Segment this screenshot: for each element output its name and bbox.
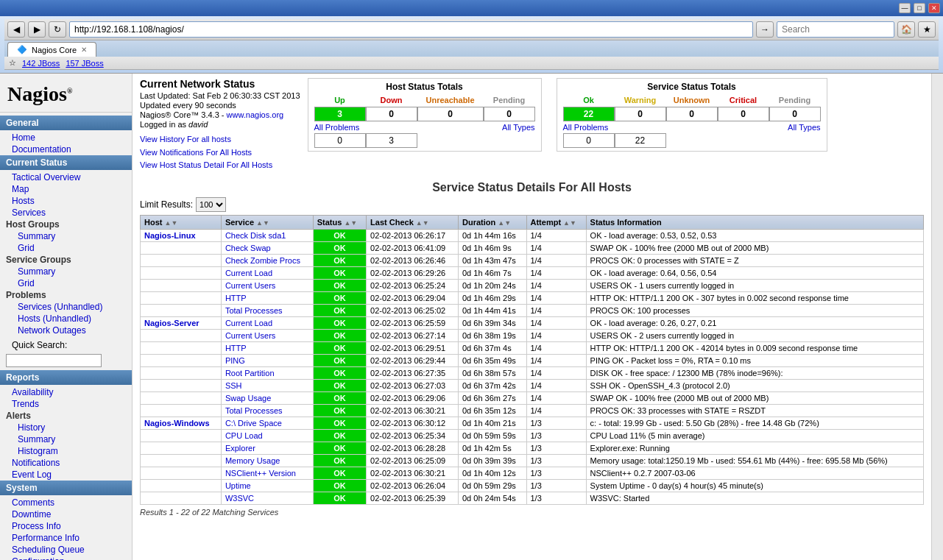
view-host-status-link[interactable]: View Host Status Detail For All Hosts: [140, 159, 300, 172]
sidebar-item-alerts-history[interactable]: History: [0, 422, 132, 433]
svc-all-types-link[interactable]: All Types: [788, 123, 820, 132]
favorite-1[interactable]: 142 JBoss: [22, 59, 60, 68]
status-cell[interactable]: OK: [313, 354, 366, 366]
favorite-2[interactable]: 157 JBoss: [66, 59, 103, 68]
service-link[interactable]: CPU Load: [225, 431, 263, 440]
status-cell[interactable]: OK: [313, 241, 366, 254]
service-link[interactable]: Current Load: [225, 269, 272, 277]
service-link[interactable]: Total Processes: [225, 406, 283, 415]
service-link[interactable]: Current Users: [225, 331, 275, 340]
sidebar-item-network-outages[interactable]: Network Outages: [0, 325, 132, 336]
service-link[interactable]: Current Load: [225, 319, 272, 327]
service-link[interactable]: Total Processes: [225, 306, 283, 315]
sidebar-item-alerts-summary[interactable]: Summary: [0, 433, 132, 445]
sidebar-item-process-info[interactable]: Process Info: [0, 520, 132, 532]
minimize-button[interactable]: —: [899, 3, 911, 13]
view-history-link[interactable]: View History For all hosts: [140, 133, 300, 146]
sidebar-item-hosts-unhandled[interactable]: Hosts (Unhandled): [0, 313, 132, 325]
sidebar-item-services[interactable]: Services: [0, 207, 132, 219]
address-bar[interactable]: [69, 21, 753, 38]
duration-sort-icon[interactable]: ▲▼: [498, 219, 511, 227]
close-button[interactable]: ✕: [928, 3, 940, 13]
status-cell[interactable]: OK: [313, 329, 366, 341]
service-link[interactable]: Check Disk sda1: [225, 231, 286, 240]
service-link[interactable]: PING: [225, 356, 245, 365]
sidebar-item-host-groups-summary[interactable]: Summary: [0, 230, 132, 242]
home-button[interactable]: 🏠: [897, 21, 915, 38]
sidebar-item-host-groups-grid[interactable]: Grid: [0, 242, 132, 254]
service-link[interactable]: NSClient++ Version: [225, 469, 296, 478]
host-sort-icon[interactable]: ▲▼: [165, 219, 178, 227]
sidebar-item-configuration[interactable]: Configuration: [0, 556, 132, 560]
status-cell[interactable]: OK: [313, 366, 366, 379]
refresh-button[interactable]: ↻: [49, 21, 66, 38]
service-link[interactable]: Root Partition: [225, 369, 275, 378]
status-cell[interactable]: OK: [313, 492, 366, 504]
forward-button[interactable]: ▶: [28, 21, 46, 38]
quick-search-input[interactable]: [6, 354, 102, 367]
last-check-sort-icon[interactable]: ▲▼: [416, 219, 429, 227]
nagios-link[interactable]: www.nagios.org: [227, 110, 284, 119]
service-link[interactable]: SSH: [225, 381, 242, 390]
service-link[interactable]: C:\ Drive Space: [225, 419, 282, 428]
service-link[interactable]: HTTP: [225, 294, 247, 302]
sidebar-item-tactical-overview[interactable]: Tactical Overview: [0, 171, 132, 183]
favorites-button[interactable]: ★: [918, 21, 936, 38]
sidebar-item-trends[interactable]: Trends: [0, 398, 132, 410]
status-sort-icon[interactable]: ▲▼: [344, 219, 357, 227]
host-link[interactable]: Nagios-Server: [144, 319, 199, 327]
sidebar-item-service-groups-summary[interactable]: Summary: [0, 266, 132, 277]
status-cell[interactable]: OK: [313, 291, 366, 304]
status-cell[interactable]: OK: [313, 266, 366, 279]
sidebar-item-comments[interactable]: Comments: [0, 497, 132, 508]
sidebar-item-availability[interactable]: Availability: [0, 386, 132, 398]
status-cell[interactable]: OK: [313, 417, 366, 429]
status-cell[interactable]: OK: [313, 404, 366, 417]
status-cell[interactable]: OK: [313, 229, 366, 241]
service-link[interactable]: HTTP: [225, 344, 247, 352]
limit-select[interactable]: 100 50 25: [196, 197, 226, 212]
svc-all-problems-link[interactable]: All Problems: [563, 123, 609, 132]
status-cell[interactable]: OK: [313, 304, 366, 316]
service-link[interactable]: Explorer: [225, 444, 255, 453]
scrollbar[interactable]: [931, 74, 943, 560]
sidebar-item-event-log[interactable]: Event Log: [0, 469, 132, 481]
sidebar-item-service-groups-grid[interactable]: Grid: [0, 277, 132, 289]
status-cell[interactable]: OK: [313, 279, 366, 291]
service-link[interactable]: Check Swap: [225, 244, 271, 252]
sidebar-item-services-unhandled[interactable]: Services (Unhandled): [0, 301, 132, 313]
back-button[interactable]: ◀: [7, 21, 25, 38]
status-cell[interactable]: OK: [313, 442, 366, 454]
service-link[interactable]: Swap Usage: [225, 394, 271, 403]
status-cell[interactable]: OK: [313, 454, 366, 467]
host-link[interactable]: Nagios-Linux: [144, 231, 196, 240]
go-button[interactable]: →: [756, 21, 774, 38]
attempt-sort-icon[interactable]: ▲▼: [563, 219, 576, 227]
sidebar-item-scheduling-queue[interactable]: Scheduling Queue: [0, 544, 132, 556]
host-link[interactable]: Nagios-Windows: [144, 419, 210, 428]
sidebar-item-downtime[interactable]: Downtime: [0, 508, 132, 520]
service-sort-icon[interactable]: ▲▼: [256, 219, 269, 227]
maximize-button[interactable]: □: [914, 3, 925, 13]
sidebar-item-hosts[interactable]: Hosts: [0, 195, 132, 207]
status-cell[interactable]: OK: [313, 391, 366, 404]
status-cell[interactable]: OK: [313, 341, 366, 354]
status-cell[interactable]: OK: [313, 254, 366, 266]
service-link[interactable]: Memory Usage: [225, 456, 280, 465]
status-cell[interactable]: OK: [313, 467, 366, 479]
view-notifications-link[interactable]: View Notifications For All Hosts: [140, 146, 300, 160]
status-cell[interactable]: OK: [313, 379, 366, 391]
status-cell[interactable]: OK: [313, 429, 366, 442]
tab-close-button[interactable]: ✕: [81, 46, 87, 54]
status-cell[interactable]: OK: [313, 316, 366, 329]
sidebar-item-performance-info[interactable]: Performance Info: [0, 532, 132, 544]
sidebar-item-documentation[interactable]: Documentation: [0, 143, 132, 155]
service-link[interactable]: Check Zombie Procs: [225, 256, 300, 265]
status-cell[interactable]: OK: [313, 479, 366, 492]
active-tab[interactable]: 🔷 Nagios Core ✕: [7, 42, 96, 57]
service-link[interactable]: Current Users: [225, 281, 275, 290]
sidebar-item-notifications[interactable]: Notifications: [0, 457, 132, 469]
host-all-problems-link[interactable]: All Problems: [314, 123, 360, 132]
service-link[interactable]: W3SVC: [225, 494, 254, 503]
sidebar-item-map[interactable]: Map: [0, 183, 132, 195]
